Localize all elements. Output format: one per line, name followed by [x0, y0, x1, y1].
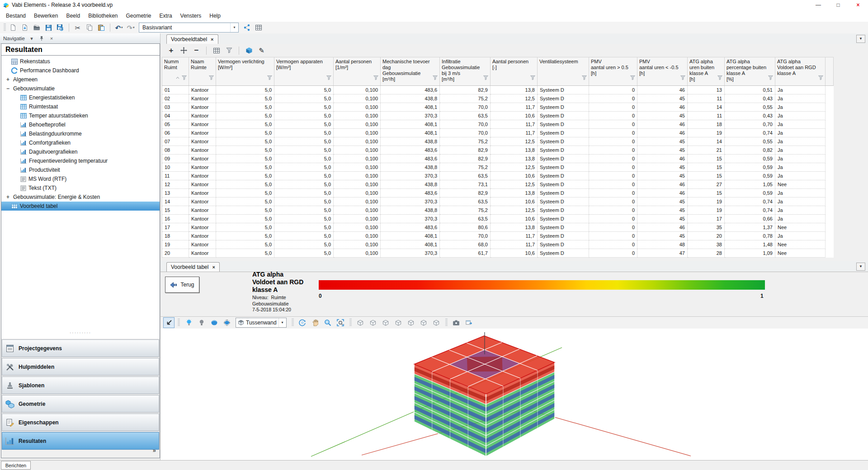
column-header-8[interactable]: Aantal personen[-]: [491, 57, 538, 86]
filter-funnel-icon[interactable]: [433, 75, 438, 81]
view-cube-4-button[interactable]: [393, 317, 404, 328]
detail-tab-close-icon[interactable]: ×: [212, 264, 215, 270]
panel-close-icon[interactable]: ×: [48, 36, 55, 41]
tree-item-ruimtestaat[interactable]: Ruimtestaat: [1, 102, 160, 111]
menu-bestand[interactable]: Bestand: [2, 11, 30, 21]
menu-bewerken[interactable]: Bewerken: [30, 11, 62, 21]
tree-item-algemeen[interactable]: +Algemeen: [1, 75, 160, 84]
table-row[interactable]: 06Kantoor5,05,00,100408,170,011,7Systeem…: [162, 129, 834, 137]
column-header-10[interactable]: PMVaantal uren > 0.5[h]: [589, 57, 637, 86]
column-header-11[interactable]: PMVaantal uren < -0.5[h]: [637, 57, 688, 86]
tree-item-performance-dashboard[interactable]: Performance Dashboard: [1, 66, 160, 75]
nav-button-resultaten[interactable]: Resultaten: [2, 432, 159, 450]
table-row[interactable]: 18Kantoor5,05,00,100408,170,011,7Systeem…: [162, 232, 834, 240]
table-row[interactable]: 20Kantoor5,05,00,100370,361,710,6Systeem…: [162, 249, 834, 258]
menu-beeld[interactable]: Beeld: [62, 11, 84, 21]
table-row[interactable]: 16Kantoor5,05,00,100370,363,510,6Systeem…: [162, 215, 834, 223]
more-chevron-icon[interactable]: »: [153, 447, 156, 454]
table-row[interactable]: 04Kantoor5,05,00,100370,363,510,6Systeem…: [162, 112, 834, 120]
column-header-1[interactable]: NummRuimt: [162, 57, 189, 86]
select-arrow-button[interactable]: [163, 317, 175, 328]
open-folder-button[interactable]: [31, 23, 42, 33]
tab-close-icon[interactable]: ×: [211, 37, 213, 42]
berichten-tab[interactable]: Berichten: [1, 461, 31, 470]
undo-button[interactable]: ↶▾: [113, 23, 124, 33]
view-cube-5-button[interactable]: [406, 317, 417, 328]
cut-button[interactable]: ✂: [72, 23, 83, 33]
menu-bibliotheken[interactable]: Bibliotheken: [84, 11, 122, 21]
filter-funnel-icon[interactable]: [582, 75, 587, 81]
table-row[interactable]: 13Kantoor5,05,00,100483,682,913,8Systeem…: [162, 189, 834, 197]
toolbar-grip[interactable]: [4, 24, 6, 32]
tree-item-comfortgrafieken[interactable]: Comfortgrafieken: [1, 138, 160, 147]
table-row[interactable]: 08Kantoor5,05,00,100483,682,913,8Systeem…: [162, 146, 834, 155]
tree-item-ms-word-rtf[interactable]: MS Word (RTF): [1, 174, 160, 183]
copy-button[interactable]: [84, 23, 95, 33]
orbit-button[interactable]: [297, 317, 308, 328]
tree-item-temper-atuurstatistieken[interactable]: Temper atuurstatistieken: [1, 111, 160, 120]
maximize-button[interactable]: □: [828, 0, 848, 10]
table-row[interactable]: 19Kantoor5,05,00,100408,168,011,7Systeem…: [162, 240, 834, 249]
expander-plus-icon[interactable]: +: [5, 194, 11, 200]
column-header-14[interactable]: ATG alphaVoldoet aan RGDklasse A: [775, 57, 826, 86]
table-row[interactable]: 10Kantoor5,05,00,100438,875,212,5Systeem…: [162, 163, 834, 172]
table-row[interactable]: 01Kantoor5,05,00,100483,682,913,8Systeem…: [162, 86, 834, 94]
nav-button-eigenschappen[interactable]: Eigenschappen: [2, 414, 159, 431]
variant-dropdown-icon[interactable]: ▾: [230, 23, 238, 32]
tree-item-behoefteprofiel[interactable]: Behoefteprofiel: [1, 120, 160, 129]
table-row[interactable]: 15Kantoor5,05,00,100438,875,212,5Systeem…: [162, 206, 834, 215]
zoom-window-button[interactable]: [335, 317, 346, 328]
menu-geometrie[interactable]: Geometrie: [122, 11, 156, 21]
filter-funnel-icon[interactable]: [326, 75, 331, 81]
view-cube-3-button[interactable]: [380, 317, 392, 328]
tree-item-voorbeeld-tabel[interactable]: Voorbeeld tabel: [1, 202, 160, 211]
tree-item-energiestatistieken[interactable]: Energiestatistieken: [1, 93, 160, 102]
cube-3d-button[interactable]: [244, 45, 254, 56]
terug-button[interactable]: Terug: [165, 277, 199, 293]
table-row[interactable]: 09Kantoor5,05,00,100483,682,913,8Systeem…: [162, 155, 834, 163]
filter-funnel-icon[interactable]: [182, 75, 187, 81]
filter-funnel-icon[interactable]: [373, 75, 378, 81]
table-row[interactable]: 07Kantoor5,05,00,100438,875,212,5Systeem…: [162, 137, 834, 146]
table-tool-button[interactable]: [253, 23, 264, 33]
paste-button[interactable]: [96, 23, 107, 33]
new-file-button[interactable]: [8, 23, 19, 33]
fit-button[interactable]: [179, 45, 189, 56]
tree-item-frequentieverdeling-temperatuur[interactable]: Frequentieverdeling temperatuur: [1, 156, 160, 165]
screenshot-button[interactable]: [451, 317, 462, 328]
filter-funnel-icon[interactable]: [680, 75, 685, 81]
column-header-6[interactable]: Mechanische toevoerdagGebouwsimulatie[m³…: [381, 57, 440, 86]
tree-item-productiviteit[interactable]: Productiviteit: [1, 165, 160, 174]
column-header-4[interactable]: Vermogen apparaten[W/m²]: [274, 57, 334, 86]
menu-extra[interactable]: Extra: [156, 11, 176, 21]
menu-help[interactable]: Help: [205, 11, 225, 21]
column-header-9[interactable]: Ventilatiesysteem: [538, 57, 589, 86]
view-cube-6-button[interactable]: [418, 317, 429, 328]
view-cube-2-button[interactable]: [368, 317, 379, 328]
filter-funnel-icon[interactable]: [267, 75, 272, 81]
tree-item-gebouwsimulatie-energie-kosten[interactable]: +Gebouwsimulatie: Energie & Kosten: [1, 193, 160, 202]
table-row[interactable]: 03Kantoor5,05,00,100408,170,011,7Systeem…: [162, 103, 834, 112]
wall-filter-combobox[interactable]: Tussenwand▾: [236, 318, 287, 328]
render-solid-button[interactable]: [208, 317, 220, 328]
tree-item-gebouwsimulatie[interactable]: −Gebouwsimulatie: [1, 84, 160, 93]
table-row[interactable]: 05Kantoor5,05,00,100408,170,011,7Systeem…: [162, 120, 834, 129]
save-button[interactable]: [43, 23, 54, 33]
tab-voorbeeld-tabel-detail[interactable]: Voorbeeld tabel ×: [166, 262, 220, 272]
export-view-button[interactable]: [463, 317, 475, 328]
filter-funnel-icon[interactable]: [483, 75, 488, 81]
redo-dropdown-icon[interactable]: ▾: [133, 26, 135, 29]
view-cube-7-button[interactable]: [431, 317, 442, 328]
redo-button[interactable]: ↷▾: [125, 23, 136, 33]
tree-item-tekst-txt[interactable]: Tekst (TXT): [1, 183, 160, 193]
zoom-button[interactable]: [322, 317, 334, 328]
light-off-button[interactable]: [196, 317, 207, 328]
filter-funnel-button[interactable]: [224, 45, 234, 56]
add-button[interactable]: +: [166, 45, 176, 56]
table-row[interactable]: 17Kantoor5,05,00,100483,680,613,8Systeem…: [162, 223, 834, 232]
column-header-2[interactable]: NaamRuimte: [189, 57, 216, 86]
nav-button-projectgegevens[interactable]: Projectgegevens: [2, 339, 159, 357]
column-header-3[interactable]: Vermogen verlichting[W/m²]: [216, 57, 274, 86]
tree-item-rekenstatus[interactable]: Rekenstatus: [1, 57, 160, 66]
share-button[interactable]: [241, 23, 252, 33]
